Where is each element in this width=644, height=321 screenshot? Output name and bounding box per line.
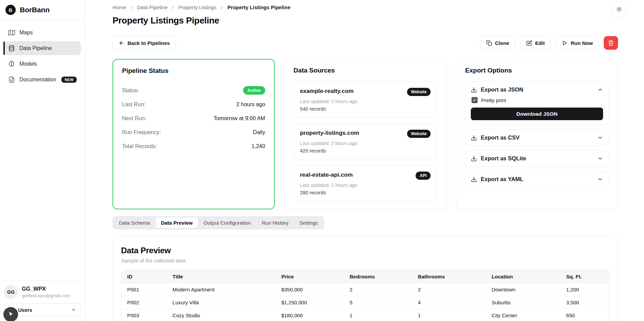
new-badge: NEW [61, 77, 77, 83]
tab-data-schema[interactable]: Data Schema [114, 218, 155, 228]
edit-button[interactable]: Edit [520, 36, 551, 50]
table-row: P001 Modern Apartment $350,000 2 2 Downt… [121, 283, 609, 296]
sidebar-item-documentation[interactable]: Documentation NEW [4, 73, 81, 86]
download-json-button[interactable]: Download JSON [471, 108, 603, 120]
export-options-card: Export Options Export as JSON [456, 59, 618, 209]
main-content: Home Data Pipeline Property Listings Pro… [85, 0, 644, 321]
sidebar-item-label: Maps [19, 30, 33, 36]
app-name: BorBann [20, 6, 49, 14]
download-icon [471, 156, 477, 162]
source-name: property-listings.com [300, 130, 359, 137]
cell-sqft: 1,200 [560, 283, 609, 296]
sidebar-item-maps[interactable]: Maps [4, 26, 81, 39]
tab-settings[interactable]: Settings [294, 218, 323, 228]
next-run-label: Next Run: [122, 115, 146, 122]
source-name: example-realty.com [300, 88, 354, 95]
cell-title: Luxury Villa [167, 296, 275, 309]
cell-id: P003 [121, 309, 167, 321]
avatar: GG [4, 285, 18, 299]
logo-mark: B [5, 5, 16, 15]
export-sqlite-accordion: Export as SQLite [465, 150, 609, 166]
breadcrumb-home[interactable]: Home [113, 4, 126, 10]
table-row: P003 Cozy Studio $180,000 1 1 City Cente… [121, 309, 609, 321]
app-logo: B BorBann [0, 0, 85, 20]
export-json-toggle[interactable]: Export as JSON [471, 86, 603, 93]
cell-title: Cozy Studio [167, 309, 275, 321]
clone-button[interactable]: Clone [480, 36, 515, 50]
cell-bathrooms: 2 [412, 283, 486, 296]
run-frequency-row: Run Frequency: Daily [122, 125, 265, 139]
breadcrumb: Home Data Pipeline Property Listings Pro… [113, 4, 618, 10]
breadcrumb-current: Property Listings Pipeline [227, 4, 290, 10]
breadcrumb-property-listings[interactable]: Property Listings [178, 4, 216, 10]
source-records: 540 records [300, 106, 431, 112]
next-run-value: Tomorrow at 9:00 AM [213, 115, 265, 122]
export-csv-toggle[interactable]: Export as CSV [471, 134, 603, 141]
chevron-down-icon [597, 135, 603, 141]
tab-data-preview[interactable]: Data Preview [156, 218, 198, 228]
sidebar-item-models[interactable]: Models [4, 57, 81, 71]
pretty-print-checkbox[interactable] [471, 97, 478, 103]
source-item[interactable]: real-estate-api.com API Last updated: 2 … [294, 165, 437, 202]
source-records: 420 records [300, 148, 431, 154]
cell-location: Suburbs [486, 296, 560, 309]
export-json-label: Export as JSON [481, 86, 523, 93]
source-type-badge: Website [407, 88, 431, 96]
detail-tabs: Data Schema Data Preview Output Configur… [113, 216, 324, 229]
chevron-right-icon [220, 5, 224, 10]
document-icon [8, 76, 15, 83]
source-type-badge: Website [407, 130, 431, 138]
cell-bedrooms: 1 [344, 309, 412, 321]
preview-table: ID Title Price Bedrooms Bathrooms Locati… [121, 270, 610, 321]
cell-price: $1,250,000 [275, 296, 344, 309]
cell-bedrooms: 2 [344, 283, 412, 296]
total-records-label: Total Records: [122, 143, 157, 149]
data-preview-title: Data Preview [121, 246, 610, 255]
source-item[interactable]: property-listings.com Website Last updat… [294, 124, 437, 160]
chevron-right-icon [170, 5, 175, 10]
clone-button-label: Clone [495, 40, 509, 46]
source-updated: Last updated: 2 hours ago [300, 141, 431, 146]
export-sqlite-toggle[interactable]: Export as SQLite [471, 155, 603, 162]
last-run-label: Last Run: [122, 101, 145, 108]
theme-toggle-button[interactable] [612, 2, 627, 17]
back-to-pipelines-button[interactable]: Back to Pipelines [113, 36, 176, 50]
run-now-button[interactable]: Run Now [556, 36, 599, 50]
sidebar-item-label: Models [19, 61, 37, 67]
cell-title: Modern Apartment [167, 283, 275, 296]
export-options-title: Export Options [465, 67, 609, 74]
export-csv-label: Export as CSV [481, 134, 520, 141]
copy-icon [486, 40, 492, 46]
cell-sqft: 3,500 [560, 296, 609, 309]
user-profile[interactable]: GG GG_WPX garfield.wpx@gmail.com [4, 285, 81, 299]
table-header-row: ID Title Price Bedrooms Bathrooms Locati… [121, 270, 609, 283]
sidebar-item-label: Documentation [19, 77, 56, 83]
sun-icon [616, 6, 622, 12]
role-select-value: Users [18, 307, 32, 313]
chevron-down-icon [597, 156, 603, 161]
trash-icon [608, 40, 614, 46]
source-item[interactable]: example-realty.com Website Last updated:… [294, 82, 437, 118]
chevron-down-icon [71, 307, 76, 312]
col-id: ID [121, 270, 167, 283]
sidebar: B BorBann Maps Data Pipeline Models [0, 0, 85, 321]
cell-bathrooms: 4 [412, 296, 486, 309]
cell-bedrooms: 5 [344, 296, 412, 309]
breadcrumb-data-pipeline[interactable]: Data Pipeline [137, 4, 167, 10]
table-row: P002 Luxury Villa $1,250,000 5 4 Suburbs… [121, 296, 609, 309]
sidebar-item-data-pipeline[interactable]: Data Pipeline [4, 41, 81, 55]
col-bathrooms: Bathrooms [412, 270, 486, 283]
source-updated: Last updated: 2 hours ago [300, 99, 431, 104]
play-icon [562, 40, 568, 46]
data-preview-subtitle: Sample of the collected data [121, 258, 610, 263]
chevron-right-icon [129, 5, 134, 10]
delete-button[interactable] [604, 36, 618, 50]
tab-run-history[interactable]: Run History [257, 218, 294, 228]
col-price: Price [275, 270, 344, 283]
source-type-badge: API [416, 172, 431, 180]
status-row: Status: Active [122, 83, 265, 97]
user-name: GG_WPX [22, 286, 70, 292]
export-json-accordion: Export as JSON Pretty print Download JSO… [465, 82, 609, 125]
tab-output-configuration[interactable]: Output Configuration [198, 218, 256, 228]
export-yaml-toggle[interactable]: Export as YAML [471, 176, 603, 182]
